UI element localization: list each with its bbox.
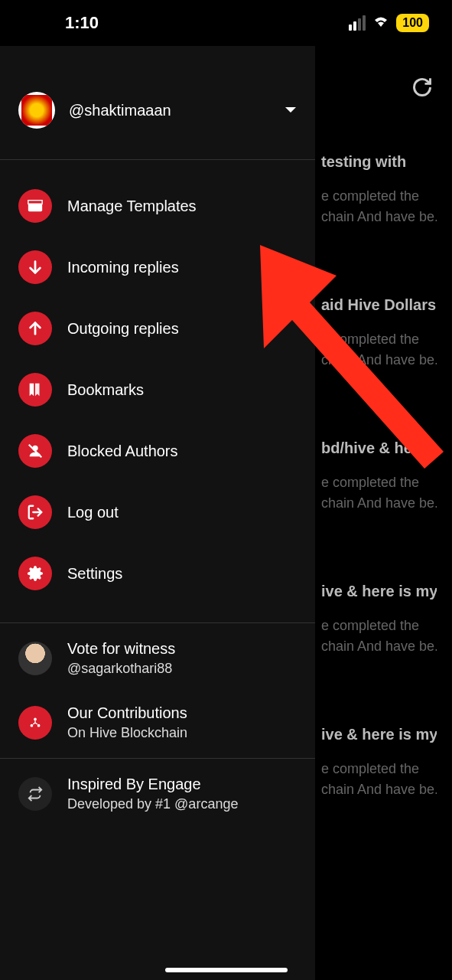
- home-indicator[interactable]: [165, 968, 288, 972]
- contributions-icon: [18, 706, 52, 740]
- inspired-by-link[interactable]: Inspired By Engage Developed by #1 @arca…: [0, 762, 315, 826]
- menu-label: Settings: [67, 565, 122, 583]
- menu-label: Incoming replies: [67, 259, 179, 276]
- post-excerpt: e completed the: [321, 472, 437, 493]
- menu-label: Outgoing replies: [67, 320, 179, 338]
- info-subtitle: @sagarkothari88: [67, 661, 175, 677]
- battery-indicator: 100: [396, 14, 429, 32]
- refresh-button[interactable]: [411, 77, 433, 101]
- gear-icon: [18, 557, 52, 590]
- feed-post[interactable]: ive & here is my e completed the chain A…: [321, 583, 437, 657]
- status-time: 1:10: [65, 13, 99, 33]
- info-subtitle: On Hive Blockchain: [67, 725, 187, 741]
- menu-label: Log out: [67, 504, 119, 521]
- feed-post[interactable]: testing with e completed the chain And h…: [321, 153, 437, 227]
- svg-rect-1: [28, 201, 42, 204]
- post-excerpt: chain And have be...: [321, 779, 437, 800]
- arrow-up-icon: [18, 312, 52, 345]
- account-switcher[interactable]: @shaktimaaan: [0, 46, 315, 160]
- witness-avatar: [18, 642, 52, 675]
- post-excerpt: chain And have be...: [321, 636, 437, 657]
- post-title: testing with: [321, 153, 437, 171]
- menu-blocked-authors[interactable]: Blocked Authors: [0, 420, 315, 482]
- menu-label: Bookmarks: [67, 381, 144, 399]
- divider: [0, 758, 315, 759]
- bookmark-icon: [18, 373, 52, 407]
- divider: [0, 622, 315, 623]
- contributions-link[interactable]: Our Contributions On Hive Blockchain: [0, 691, 315, 755]
- post-excerpt: chain And have be...: [321, 350, 437, 371]
- post-excerpt: e completed the: [321, 186, 437, 207]
- post-excerpt: e completed the: [321, 329, 437, 350]
- status-right: 100: [349, 13, 429, 33]
- engage-icon: [18, 777, 52, 811]
- feed-post[interactable]: aid Hive Dollars & e completed the chain…: [321, 296, 437, 371]
- wifi-icon: [372, 13, 390, 33]
- info-title: Inspired By Engage: [67, 776, 238, 793]
- post-title: ive & here is my: [321, 726, 437, 743]
- feed-post[interactable]: ive & here is my e completed the chain A…: [321, 726, 437, 800]
- signal-icon: [349, 15, 366, 31]
- post-title: aid Hive Dollars &: [321, 296, 437, 314]
- post-excerpt: chain And have be...: [321, 493, 437, 514]
- post-excerpt: e completed the: [321, 759, 437, 779]
- menu-bookmarks[interactable]: Bookmarks: [0, 359, 315, 420]
- menu-incoming-replies[interactable]: Incoming replies: [0, 237, 315, 298]
- svg-point-9: [34, 718, 37, 721]
- status-bar: 1:10 100: [0, 0, 452, 46]
- arrow-down-icon: [18, 250, 52, 284]
- post-excerpt: e completed the: [321, 616, 437, 636]
- info-title: Our Contributions: [67, 704, 187, 722]
- feed-post[interactable]: bd/hive & here is e completed the chain …: [321, 439, 437, 514]
- info-title: Vote for witness: [67, 640, 175, 658]
- menu-outgoing-replies[interactable]: Outgoing replies: [0, 298, 315, 359]
- post-excerpt: chain And have be...: [321, 207, 437, 227]
- menu-label: Blocked Authors: [67, 443, 178, 460]
- blocked-user-icon: [18, 434, 52, 468]
- user-avatar: [18, 92, 55, 129]
- username-label: @shaktimaaan: [69, 102, 271, 119]
- side-drawer: @shaktimaaan Manage Templates Incoming r…: [0, 46, 315, 980]
- post-title: ive & here is my: [321, 583, 437, 600]
- post-title: bd/hive & here is: [321, 439, 437, 457]
- templates-icon: [18, 189, 52, 223]
- info-subtitle: Developed by #1 @arcange: [67, 796, 238, 812]
- main-menu: Manage Templates Incoming replies Outgoi…: [0, 160, 315, 619]
- chevron-down-icon: [285, 103, 297, 117]
- svg-point-8: [37, 724, 41, 727]
- menu-settings[interactable]: Settings: [0, 543, 315, 604]
- menu-logout[interactable]: Log out: [0, 482, 315, 543]
- logout-icon: [18, 495, 52, 529]
- menu-manage-templates[interactable]: Manage Templates: [0, 175, 315, 237]
- vote-witness-link[interactable]: Vote for witness @sagarkothari88: [0, 626, 315, 691]
- menu-label: Manage Templates: [67, 198, 197, 215]
- svg-point-7: [31, 724, 34, 727]
